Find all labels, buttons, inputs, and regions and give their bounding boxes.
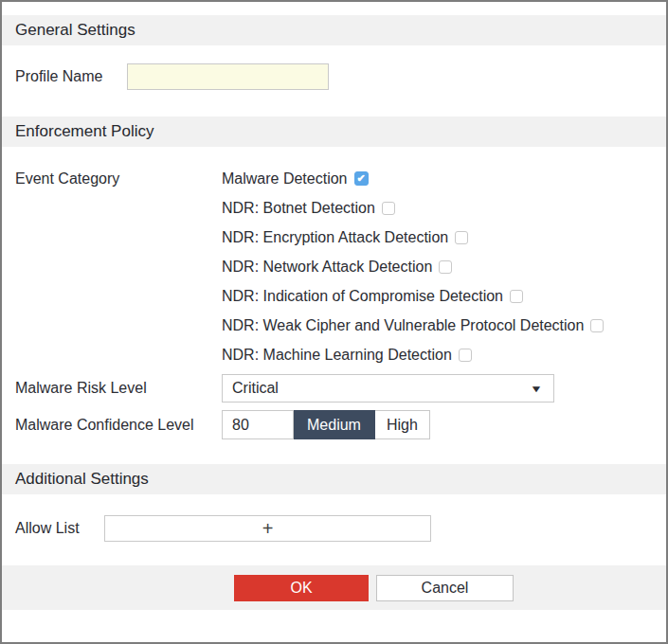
checkbox[interactable]: ✔ [510, 290, 523, 303]
section-title: Enforcement Policy [15, 122, 153, 141]
event-category-option[interactable]: NDR: Weak Cipher and Vulnerable Protocol… [222, 316, 604, 334]
footer-bar: OK Cancel [2, 565, 666, 610]
section-title: General Settings [15, 21, 135, 40]
segment-label: Medium [307, 417, 361, 434]
malware-risk-level-row: Malware Risk Level Critical ▼ [2, 374, 666, 402]
section-header-enforcement: Enforcement Policy [2, 116, 666, 147]
checkbox-label: NDR: Network Attack Detection [222, 259, 432, 276]
event-category-label: Event Category [15, 170, 222, 188]
selected-option: Critical [232, 380, 279, 397]
confidence-value-input[interactable] [222, 410, 294, 439]
event-category-option[interactable]: NDR: Indication of Compromise Detection … [222, 287, 604, 305]
event-category-option[interactable]: NDR: Machine Learning Detection ✔ [222, 346, 604, 364]
checkbox[interactable]: ✔ [590, 319, 604, 332]
section-title: Additional Settings [15, 470, 149, 489]
event-category-row: Event Category Malware Detection ✔ NDR: … [2, 170, 666, 364]
allow-list-add-button[interactable]: + [104, 515, 431, 542]
ok-button[interactable]: OK [234, 575, 369, 601]
event-category-option[interactable]: NDR: Botnet Detection ✔ [222, 199, 604, 217]
event-category-list: Malware Detection ✔ NDR: Botnet Detectio… [222, 170, 604, 364]
chevron-down-icon: ▼ [530, 384, 543, 394]
confidence-control: Medium High [222, 410, 430, 439]
malware-risk-level-label: Malware Risk Level [15, 380, 222, 397]
checkbox[interactable]: ✔ [439, 260, 452, 274]
checkbox[interactable]: ✔ [459, 349, 472, 362]
profile-name-label: Profile Name [15, 68, 127, 85]
checkbox[interactable]: ✔ [354, 171, 369, 186]
check-icon: ✔ [356, 173, 365, 184]
allow-list-row: Allow List + [2, 515, 666, 542]
event-category-option[interactable]: Malware Detection ✔ [222, 170, 604, 188]
confidence-segments: Medium High [294, 410, 430, 439]
event-category-option[interactable]: NDR: Network Attack Detection ✔ [222, 258, 604, 276]
checkbox-label: NDR: Machine Learning Detection [222, 347, 452, 364]
plus-icon: + [262, 519, 274, 538]
profile-name-input[interactable] [127, 63, 329, 90]
cancel-button[interactable]: Cancel [376, 575, 514, 601]
checkbox-label: NDR: Weak Cipher and Vulnerable Protocol… [222, 317, 584, 334]
allow-list-label: Allow List [15, 520, 104, 537]
checkbox[interactable]: ✔ [382, 202, 395, 215]
section-header-general: General Settings [2, 15, 666, 45]
confidence-segment[interactable]: High [375, 410, 430, 439]
malware-confidence-level-row: Malware Confidence Level Medium High [2, 410, 666, 439]
checkbox-label: NDR: Botnet Detection [222, 200, 375, 217]
profile-name-row: Profile Name [2, 63, 666, 90]
malware-risk-level-select[interactable]: Critical ▼ [222, 374, 554, 402]
section-header-additional: Additional Settings [2, 464, 666, 494]
profile-settings-dialog: General Settings Profile Name Enforcemen… [0, 0, 668, 644]
checkbox[interactable]: ✔ [455, 231, 468, 244]
malware-confidence-level-label: Malware Confidence Level [15, 417, 222, 434]
checkbox-label: Malware Detection [222, 170, 348, 188]
checkbox-label: NDR: Indication of Compromise Detection [222, 288, 503, 305]
confidence-segment[interactable]: Medium [294, 410, 375, 439]
segment-label: High [387, 417, 418, 434]
event-category-option[interactable]: NDR: Encryption Attack Detection ✔ [222, 228, 604, 246]
checkbox-label: NDR: Encryption Attack Detection [222, 229, 448, 246]
